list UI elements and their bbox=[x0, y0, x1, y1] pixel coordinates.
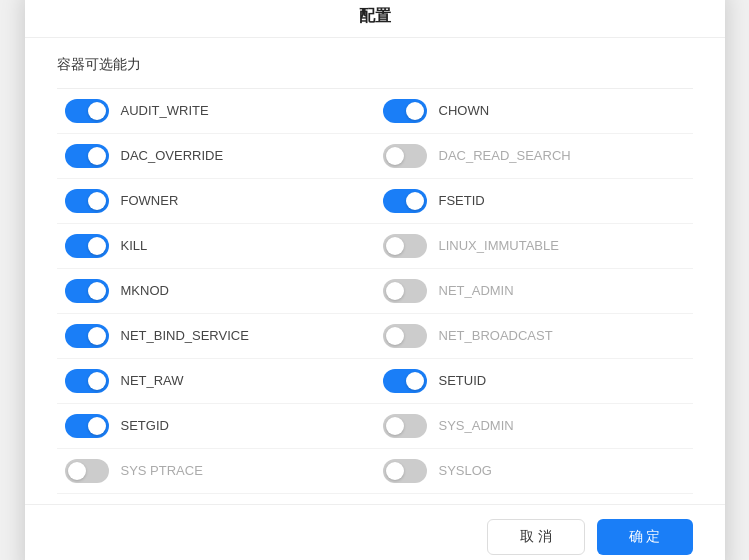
toggle-NET_BIND_SERVICE[interactable] bbox=[65, 324, 109, 348]
cap-item: DAC_READ_SEARCH bbox=[375, 134, 693, 179]
toggle-MKNOD[interactable] bbox=[65, 279, 109, 303]
toggle-SYSLOG[interactable] bbox=[383, 459, 427, 483]
cancel-button[interactable]: 取 消 bbox=[487, 519, 585, 555]
cap-item: LINUX_IMMUTABLE bbox=[375, 224, 693, 269]
toggle-DAC_OVERRIDE[interactable] bbox=[65, 144, 109, 168]
cap-label-NET_ADMIN: NET_ADMIN bbox=[439, 283, 514, 298]
dialog-body: 容器可选能力 AUDIT_WRITE CHOWN bbox=[25, 38, 725, 504]
cap-label-MKNOD: MKNOD bbox=[121, 283, 169, 298]
cap-label-AUDIT_WRITE: AUDIT_WRITE bbox=[121, 103, 209, 118]
cap-label-FSETID: FSETID bbox=[439, 193, 485, 208]
toggle-CHOWN[interactable] bbox=[383, 99, 427, 123]
cap-label-SETUID: SETUID bbox=[439, 373, 487, 388]
cap-item: FOWNER bbox=[57, 179, 375, 224]
toggle-KILL[interactable] bbox=[65, 234, 109, 258]
toggle-NET_BROADCAST[interactable] bbox=[383, 324, 427, 348]
cap-label-NET_RAW: NET_RAW bbox=[121, 373, 184, 388]
toggle-SETUID[interactable] bbox=[383, 369, 427, 393]
cap-item: KILL bbox=[57, 224, 375, 269]
cap-label-NET_BIND_SERVICE: NET_BIND_SERVICE bbox=[121, 328, 249, 343]
cap-label-CHOWN: CHOWN bbox=[439, 103, 490, 118]
toggle-SYS_PTRACE[interactable] bbox=[65, 459, 109, 483]
cap-item: FSETID bbox=[375, 179, 693, 224]
cap-item: NET_ADMIN bbox=[375, 269, 693, 314]
cap-item: NET_RAW bbox=[57, 359, 375, 404]
toggle-DAC_READ_SEARCH[interactable] bbox=[383, 144, 427, 168]
cap-item: SETUID bbox=[375, 359, 693, 404]
cap-label-FOWNER: FOWNER bbox=[121, 193, 179, 208]
cap-label-LINUX_IMMUTABLE: LINUX_IMMUTABLE bbox=[439, 238, 559, 253]
dialog-title: 配置 bbox=[25, 0, 725, 38]
cap-item: SETGID bbox=[57, 404, 375, 449]
toggle-LINUX_IMMUTABLE[interactable] bbox=[383, 234, 427, 258]
toggle-FOWNER[interactable] bbox=[65, 189, 109, 213]
confirm-button[interactable]: 确 定 bbox=[597, 519, 693, 555]
cap-item: MKNOD bbox=[57, 269, 375, 314]
dialog-footer: 取 消 确 定 bbox=[25, 504, 725, 561]
cap-item: SYS PTRACE bbox=[57, 449, 375, 494]
cap-item: NET_BIND_SERVICE bbox=[57, 314, 375, 359]
cap-item: DAC_OVERRIDE bbox=[57, 134, 375, 179]
cap-label-SYS_ADMIN: SYS_ADMIN bbox=[439, 418, 514, 433]
cap-label-DAC_OVERRIDE: DAC_OVERRIDE bbox=[121, 148, 224, 163]
toggle-AUDIT_WRITE[interactable] bbox=[65, 99, 109, 123]
cap-label-SETGID: SETGID bbox=[121, 418, 169, 433]
cap-label-NET_BROADCAST: NET_BROADCAST bbox=[439, 328, 553, 343]
toggle-NET_RAW[interactable] bbox=[65, 369, 109, 393]
cap-label-SYS_PTRACE: SYS PTRACE bbox=[121, 463, 203, 478]
capabilities-grid: AUDIT_WRITE CHOWN DAC_OVERRIDE bbox=[57, 88, 693, 494]
toggle-NET_ADMIN[interactable] bbox=[383, 279, 427, 303]
cap-label-DAC_READ_SEARCH: DAC_READ_SEARCH bbox=[439, 148, 571, 163]
cap-item: CHOWN bbox=[375, 89, 693, 134]
cap-label-SYSLOG: SYSLOG bbox=[439, 463, 492, 478]
cap-label-KILL: KILL bbox=[121, 238, 148, 253]
toggle-SETGID[interactable] bbox=[65, 414, 109, 438]
section-label: 容器可选能力 bbox=[57, 56, 693, 74]
cap-item: NET_BROADCAST bbox=[375, 314, 693, 359]
cap-item: AUDIT_WRITE bbox=[57, 89, 375, 134]
cap-item: SYS_ADMIN bbox=[375, 404, 693, 449]
toggle-FSETID[interactable] bbox=[383, 189, 427, 213]
toggle-SYS_ADMIN[interactable] bbox=[383, 414, 427, 438]
cap-item: SYSLOG bbox=[375, 449, 693, 494]
config-dialog: 配置 容器可选能力 AUDIT_WRITE CHOWN bbox=[25, 0, 725, 560]
